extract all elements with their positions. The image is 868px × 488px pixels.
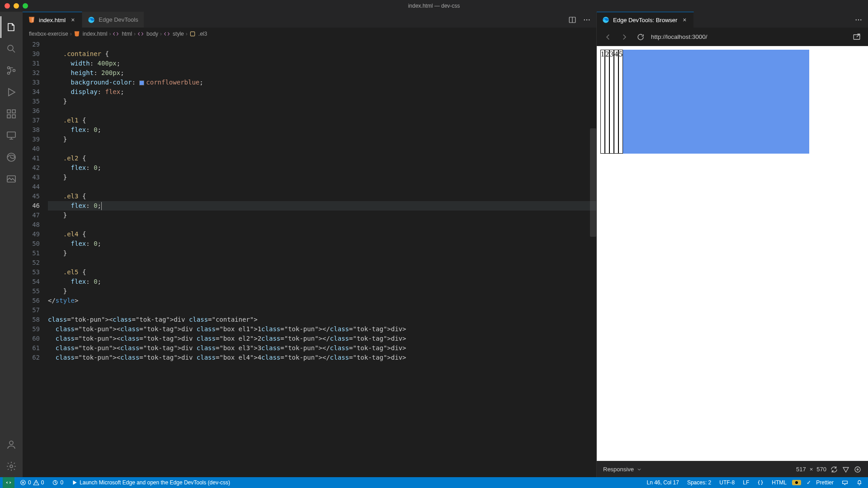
prettier-status[interactable]: ✓ Prettier	[804, 479, 836, 486]
code-line[interactable]: }	[48, 249, 596, 258]
close-window-icon[interactable]	[5, 3, 10, 9]
forward-icon[interactable]	[618, 31, 630, 43]
code-line[interactable]: .el4 {	[48, 230, 596, 239]
url-bar[interactable]: http://localhost:3000/	[651, 33, 846, 40]
code-line[interactable]: flex: 0;	[48, 239, 596, 249]
crumb-style[interactable]: style	[173, 31, 184, 37]
viewport-height[interactable]: 570	[816, 466, 826, 473]
tab-index-html[interactable]: index.html ×	[23, 12, 82, 28]
run-debug-icon[interactable]	[0, 81, 22, 103]
bell-icon[interactable]	[854, 479, 865, 486]
svg-point-3	[13, 70, 15, 72]
code-line[interactable]: class="tok-pun"><class="tok-tag">div cla…	[48, 353, 596, 362]
code-braces-icon[interactable]	[755, 479, 766, 486]
code-line[interactable]: class="tok-pun"><class="tok-tag">div cla…	[48, 334, 596, 343]
code-line[interactable]: }	[48, 286, 596, 296]
svg-rect-5	[7, 115, 10, 118]
tab-edge-browser[interactable]: Edge DevTools: Browser ×	[597, 12, 694, 28]
code-line[interactable]: width: 400px;	[48, 59, 596, 68]
code-line[interactable]: display: flex;	[48, 87, 596, 97]
maximize-window-icon[interactable]	[23, 3, 28, 9]
chevron-right-icon: ›	[109, 31, 111, 37]
indentation[interactable]: Spaces: 2	[684, 479, 714, 486]
split-editor-icon[interactable]	[566, 14, 578, 26]
svg-rect-18	[190, 32, 194, 36]
code-line[interactable]	[48, 258, 596, 267]
go-live-icon[interactable]	[792, 480, 801, 485]
launch-devtools[interactable]: Launch Microsoft Edge and open the Edge …	[69, 477, 233, 488]
code-line[interactable]: }	[48, 211, 596, 220]
code-line[interactable]: .el2 {	[48, 154, 596, 163]
code-line[interactable]: </style>	[48, 296, 596, 305]
chevron-right-icon: ›	[70, 31, 72, 37]
rendered-container: 12345	[600, 50, 809, 154]
tab-edge-devtools[interactable]: Edge DevTools	[82, 12, 144, 28]
preview-viewport[interactable]: 12345	[597, 46, 868, 461]
device-select[interactable]: Responsive	[603, 466, 642, 473]
open-external-icon[interactable]	[851, 31, 863, 43]
cursor-position[interactable]: Ln 46, Col 17	[644, 479, 682, 486]
crumb-selector[interactable]: .el3	[198, 31, 207, 37]
viewport-width[interactable]: 517	[796, 466, 806, 473]
minimap-scrollbar[interactable]	[590, 128, 596, 237]
code-editor[interactable]: 2930313233343536373839404142434445464748…	[23, 40, 596, 477]
minimize-window-icon[interactable]	[14, 3, 19, 9]
remote-indicator[interactable]	[3, 477, 14, 488]
encoding[interactable]: UTF-8	[717, 479, 737, 486]
code-line[interactable]: }	[48, 135, 596, 144]
more-actions-icon[interactable]	[581, 14, 593, 26]
code-line[interactable]: }	[48, 97, 596, 106]
back-icon[interactable]	[602, 31, 614, 43]
crumb-body[interactable]: body	[146, 31, 158, 37]
screenshot-icon[interactable]	[842, 465, 850, 474]
eol[interactable]: LF	[740, 479, 752, 486]
code-line[interactable]	[48, 305, 596, 315]
code-line[interactable]	[48, 40, 596, 49]
code-line[interactable]: class="tok-pun"><class="tok-tag">div cla…	[48, 315, 596, 324]
breadcrumb[interactable]: flexbox-exercise › index.html › html › b…	[23, 28, 596, 40]
crumb-file[interactable]: index.html	[83, 31, 108, 37]
crumb-html[interactable]: html	[122, 31, 132, 37]
code-line[interactable]	[48, 182, 596, 192]
tag-icon	[164, 31, 170, 37]
more-actions-icon[interactable]	[853, 14, 864, 26]
device-settings-icon[interactable]	[854, 465, 862, 474]
code-line[interactable]: flex: 0;	[48, 163, 596, 173]
code-line[interactable]: height: 200px;	[48, 68, 596, 78]
code-line[interactable]: flex: 0;	[48, 201, 596, 211]
code-line[interactable]: flex: 0;	[48, 277, 596, 286]
search-icon[interactable]	[0, 38, 22, 60]
code-line[interactable]	[48, 144, 596, 154]
reload-icon[interactable]	[635, 31, 646, 43]
code-line[interactable]: .container {	[48, 49, 596, 59]
rotate-icon[interactable]	[830, 465, 838, 474]
gear-icon[interactable]	[0, 455, 22, 477]
source-control-icon[interactable]	[0, 60, 22, 81]
remote-explorer-icon[interactable]	[0, 125, 22, 146]
feedback-icon[interactable]	[839, 479, 851, 486]
edge-tools-icon[interactable]	[0, 146, 22, 168]
language-mode[interactable]: HTML	[769, 479, 789, 486]
code-line[interactable]: class="tok-pun"><class="tok-tag">div cla…	[48, 324, 596, 334]
code-line[interactable]: background-color: cornflowerblue;	[48, 78, 596, 87]
code-line[interactable]: }	[48, 173, 596, 182]
account-icon[interactable]	[0, 434, 22, 455]
code-line[interactable]: class="tok-pun"><class="tok-tag">div cla…	[48, 343, 596, 353]
code-line[interactable]	[48, 106, 596, 116]
code-content[interactable]: .container { width: 400px; height: 200px…	[48, 40, 596, 477]
crumb-project[interactable]: flexbox-exercise	[29, 31, 68, 37]
window-controls	[0, 3, 28, 9]
code-line[interactable]: .el5 {	[48, 267, 596, 277]
ports-indicator[interactable]: 0	[49, 477, 66, 488]
close-icon[interactable]: ×	[681, 16, 688, 23]
code-line[interactable]: flex: 0;	[48, 125, 596, 135]
code-line[interactable]	[48, 220, 596, 230]
close-icon[interactable]: ×	[69, 16, 76, 23]
errors-warnings[interactable]: 0 0	[17, 477, 47, 488]
image-preview-icon[interactable]	[0, 168, 22, 190]
ports-count: 0	[60, 479, 63, 486]
code-line[interactable]: .el1 {	[48, 116, 596, 125]
extensions-icon[interactable]	[0, 103, 22, 125]
explorer-icon[interactable]	[0, 16, 22, 38]
code-line[interactable]: .el3 {	[48, 192, 596, 201]
